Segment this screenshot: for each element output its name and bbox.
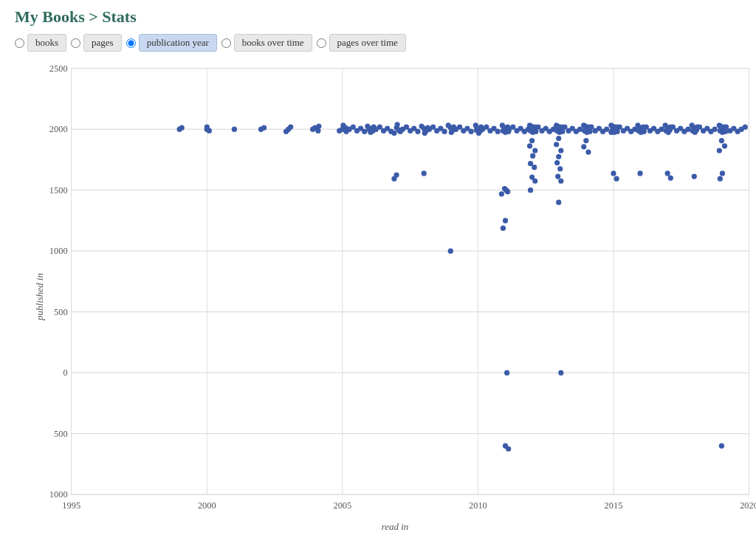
- svg-point-133: [555, 173, 560, 179]
- svg-point-200: [717, 148, 722, 153]
- svg-point-66: [422, 131, 427, 136]
- svg-point-47: [337, 128, 342, 134]
- svg-point-254: [604, 127, 609, 132]
- svg-point-40: [284, 129, 289, 134]
- tab-pages[interactable]: pages: [71, 34, 122, 52]
- svg-point-65: [419, 123, 424, 128]
- svg-point-215: [404, 124, 409, 129]
- svg-text:1500: 1500: [49, 185, 68, 196]
- svg-point-220: [430, 124, 436, 129]
- svg-point-34: [205, 124, 210, 129]
- svg-text:500: 500: [54, 307, 68, 317]
- svg-point-68: [422, 170, 427, 176]
- svg-point-59: [394, 122, 399, 127]
- svg-point-35: [232, 127, 237, 132]
- svg-text:2005: 2005: [333, 500, 351, 511]
- svg-point-259: [632, 127, 637, 132]
- svg-point-205: [351, 124, 356, 129]
- svg-point-208: [362, 129, 367, 134]
- svg-point-93: [501, 226, 506, 231]
- svg-text:500: 500: [54, 429, 68, 439]
- svg-point-196: [723, 129, 728, 134]
- svg-point-80: [474, 128, 479, 133]
- svg-point-37: [261, 125, 267, 130]
- svg-text:1000: 1000: [49, 246, 68, 256]
- svg-point-131: [554, 160, 560, 165]
- svg-point-71: [446, 123, 451, 128]
- svg-point-245: [562, 124, 567, 129]
- svg-point-110: [532, 148, 537, 153]
- svg-point-132: [557, 166, 563, 171]
- svg-point-144: [587, 129, 592, 134]
- svg-point-95: [504, 370, 509, 376]
- svg-point-159: [608, 130, 614, 135]
- svg-point-108: [529, 138, 535, 143]
- svg-text:1995: 1995: [62, 500, 80, 511]
- svg-point-128: [554, 142, 559, 147]
- svg-point-92: [503, 218, 508, 223]
- svg-point-228: [469, 129, 474, 134]
- svg-point-202: [718, 176, 723, 182]
- svg-point-125: [560, 129, 565, 134]
- tab-publication-year[interactable]: publication year: [126, 34, 217, 52]
- svg-text:2500: 2500: [49, 63, 68, 74]
- scatter-chart: 2500 2000 1500 1000 500 0 500 1000 1995 …: [30, 61, 756, 533]
- tab-pages-over-time[interactable]: pages over time: [317, 34, 406, 52]
- svg-point-48: [340, 123, 346, 128]
- svg-point-265: [670, 124, 676, 129]
- svg-point-201: [720, 170, 725, 176]
- svg-point-188: [692, 173, 697, 179]
- svg-point-174: [662, 123, 667, 128]
- svg-point-250: [588, 124, 594, 129]
- svg-point-77: [473, 123, 478, 128]
- svg-text:2020: 2020: [740, 500, 756, 511]
- svg-point-162: [614, 176, 619, 182]
- svg-point-39: [288, 124, 293, 129]
- svg-point-126: [555, 123, 560, 128]
- tab-bar: books pages publication year books over …: [15, 34, 741, 52]
- svg-point-129: [558, 148, 563, 153]
- svg-point-218: [415, 129, 420, 134]
- svg-point-72: [449, 130, 454, 135]
- svg-point-94: [504, 187, 509, 193]
- svg-point-91: [499, 191, 504, 196]
- svg-text:2000: 2000: [49, 124, 68, 134]
- tab-books-over-time[interactable]: books over time: [221, 34, 312, 52]
- svg-point-42: [315, 128, 320, 134]
- svg-point-127: [556, 136, 561, 141]
- svg-point-83: [500, 123, 505, 128]
- svg-point-31: [179, 125, 185, 130]
- svg-point-275: [724, 124, 729, 129]
- svg-point-112: [528, 161, 533, 166]
- svg-point-270: [697, 124, 702, 129]
- svg-text:2000: 2000: [198, 500, 216, 511]
- tab-books[interactable]: books: [15, 34, 66, 52]
- svg-point-183: [690, 123, 695, 128]
- svg-point-233: [495, 129, 501, 134]
- svg-point-203: [719, 444, 724, 449]
- svg-point-109: [527, 143, 532, 148]
- svg-point-180: [668, 176, 673, 181]
- svg-point-235: [510, 124, 515, 129]
- svg-point-160: [611, 124, 616, 129]
- svg-point-210: [377, 124, 382, 129]
- svg-point-264: [659, 127, 664, 132]
- svg-text:1000: 1000: [49, 489, 68, 500]
- chart-container: 2500 2000 1500 1000 500 0 500 1000 1995 …: [30, 61, 756, 533]
- page-title: My Books > Stats: [15, 7, 741, 27]
- svg-point-240: [535, 124, 540, 129]
- svg-point-62: [391, 176, 396, 182]
- svg-point-148: [585, 149, 591, 154]
- svg-point-269: [685, 127, 690, 132]
- svg-point-161: [611, 170, 616, 176]
- svg-text:2010: 2010: [469, 500, 487, 511]
- svg-point-199: [722, 143, 727, 148]
- svg-point-145: [583, 123, 588, 128]
- svg-text:2015: 2015: [605, 500, 623, 511]
- svg-point-239: [526, 127, 531, 132]
- svg-point-213: [388, 129, 394, 134]
- svg-point-147: [581, 144, 586, 149]
- svg-point-146: [583, 138, 588, 143]
- svg-point-134: [558, 179, 563, 184]
- svg-point-280: [743, 124, 748, 129]
